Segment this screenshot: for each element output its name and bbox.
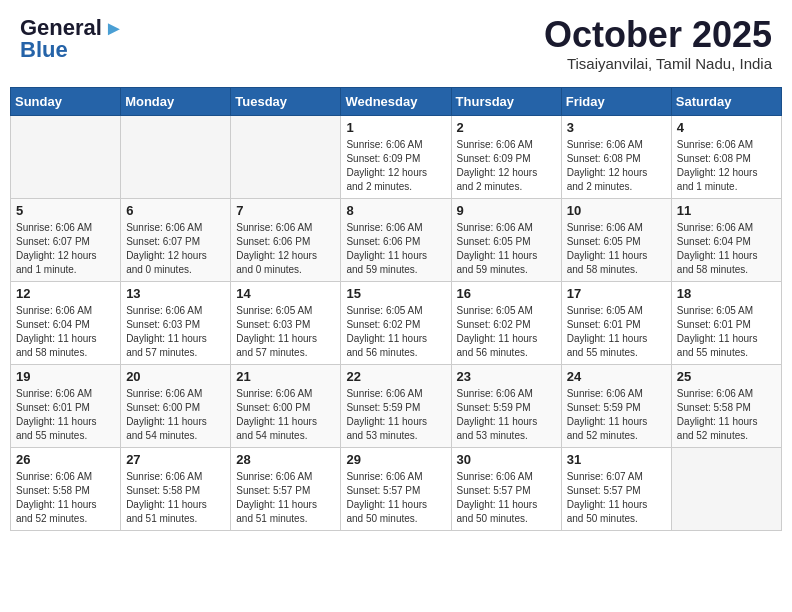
calendar-cell: 22Sunrise: 6:06 AM Sunset: 5:59 PM Dayli… <box>341 364 451 447</box>
title-block: October 2025 Tisaiyanvilai, Tamil Nadu, … <box>544 15 772 72</box>
calendar-cell: 15Sunrise: 6:05 AM Sunset: 6:02 PM Dayli… <box>341 281 451 364</box>
day-number: 28 <box>236 452 335 467</box>
calendar-cell: 31Sunrise: 6:07 AM Sunset: 5:57 PM Dayli… <box>561 447 671 530</box>
day-info: Sunrise: 6:06 AM Sunset: 6:08 PM Dayligh… <box>677 138 776 194</box>
day-number: 20 <box>126 369 225 384</box>
weekday-header-row: SundayMondayTuesdayWednesdayThursdayFrid… <box>11 87 782 115</box>
calendar-cell: 30Sunrise: 6:06 AM Sunset: 5:57 PM Dayli… <box>451 447 561 530</box>
day-info: Sunrise: 6:06 AM Sunset: 6:05 PM Dayligh… <box>567 221 666 277</box>
day-info: Sunrise: 6:06 AM Sunset: 5:58 PM Dayligh… <box>126 470 225 526</box>
day-info: Sunrise: 6:06 AM Sunset: 6:07 PM Dayligh… <box>16 221 115 277</box>
day-info: Sunrise: 6:06 AM Sunset: 6:05 PM Dayligh… <box>457 221 556 277</box>
weekday-header-saturday: Saturday <box>671 87 781 115</box>
day-number: 9 <box>457 203 556 218</box>
day-info: Sunrise: 6:06 AM Sunset: 5:59 PM Dayligh… <box>346 387 445 443</box>
calendar-cell: 29Sunrise: 6:06 AM Sunset: 5:57 PM Dayli… <box>341 447 451 530</box>
day-info: Sunrise: 6:06 AM Sunset: 6:07 PM Dayligh… <box>126 221 225 277</box>
calendar-week-row: 26Sunrise: 6:06 AM Sunset: 5:58 PM Dayli… <box>11 447 782 530</box>
day-number: 19 <box>16 369 115 384</box>
calendar-title: October 2025 <box>544 15 772 55</box>
calendar-table: SundayMondayTuesdayWednesdayThursdayFrid… <box>10 87 782 531</box>
calendar-cell: 14Sunrise: 6:05 AM Sunset: 6:03 PM Dayli… <box>231 281 341 364</box>
calendar-cell: 16Sunrise: 6:05 AM Sunset: 6:02 PM Dayli… <box>451 281 561 364</box>
day-number: 24 <box>567 369 666 384</box>
day-info: Sunrise: 6:05 AM Sunset: 6:03 PM Dayligh… <box>236 304 335 360</box>
day-number: 6 <box>126 203 225 218</box>
day-number: 30 <box>457 452 556 467</box>
day-info: Sunrise: 6:06 AM Sunset: 6:04 PM Dayligh… <box>16 304 115 360</box>
calendar-cell <box>121 115 231 198</box>
weekday-header-friday: Friday <box>561 87 671 115</box>
logo-arrow-icon: ► <box>104 17 124 40</box>
day-info: Sunrise: 6:06 AM Sunset: 5:59 PM Dayligh… <box>457 387 556 443</box>
calendar-cell <box>11 115 121 198</box>
day-number: 15 <box>346 286 445 301</box>
day-number: 2 <box>457 120 556 135</box>
calendar-cell: 20Sunrise: 6:06 AM Sunset: 6:00 PM Dayli… <box>121 364 231 447</box>
calendar-cell: 24Sunrise: 6:06 AM Sunset: 5:59 PM Dayli… <box>561 364 671 447</box>
calendar-week-row: 1Sunrise: 6:06 AM Sunset: 6:09 PM Daylig… <box>11 115 782 198</box>
day-number: 3 <box>567 120 666 135</box>
day-info: Sunrise: 6:06 AM Sunset: 6:08 PM Dayligh… <box>567 138 666 194</box>
day-number: 27 <box>126 452 225 467</box>
day-number: 10 <box>567 203 666 218</box>
calendar-cell: 12Sunrise: 6:06 AM Sunset: 6:04 PM Dayli… <box>11 281 121 364</box>
day-number: 11 <box>677 203 776 218</box>
day-info: Sunrise: 6:06 AM Sunset: 6:00 PM Dayligh… <box>126 387 225 443</box>
day-number: 23 <box>457 369 556 384</box>
day-info: Sunrise: 6:06 AM Sunset: 5:57 PM Dayligh… <box>457 470 556 526</box>
day-number: 13 <box>126 286 225 301</box>
day-info: Sunrise: 6:06 AM Sunset: 5:59 PM Dayligh… <box>567 387 666 443</box>
calendar-week-row: 5Sunrise: 6:06 AM Sunset: 6:07 PM Daylig… <box>11 198 782 281</box>
weekday-header-wednesday: Wednesday <box>341 87 451 115</box>
day-info: Sunrise: 6:06 AM Sunset: 5:58 PM Dayligh… <box>16 470 115 526</box>
day-info: Sunrise: 6:06 AM Sunset: 6:03 PM Dayligh… <box>126 304 225 360</box>
calendar-cell: 9Sunrise: 6:06 AM Sunset: 6:05 PM Daylig… <box>451 198 561 281</box>
calendar-week-row: 19Sunrise: 6:06 AM Sunset: 6:01 PM Dayli… <box>11 364 782 447</box>
day-number: 5 <box>16 203 115 218</box>
day-number: 1 <box>346 120 445 135</box>
calendar-cell: 4Sunrise: 6:06 AM Sunset: 6:08 PM Daylig… <box>671 115 781 198</box>
day-info: Sunrise: 6:06 AM Sunset: 6:09 PM Dayligh… <box>457 138 556 194</box>
day-number: 14 <box>236 286 335 301</box>
calendar-cell: 19Sunrise: 6:06 AM Sunset: 6:01 PM Dayli… <box>11 364 121 447</box>
weekday-header-thursday: Thursday <box>451 87 561 115</box>
calendar-cell: 28Sunrise: 6:06 AM Sunset: 5:57 PM Dayli… <box>231 447 341 530</box>
day-number: 21 <box>236 369 335 384</box>
calendar-cell: 26Sunrise: 6:06 AM Sunset: 5:58 PM Dayli… <box>11 447 121 530</box>
calendar-cell: 25Sunrise: 6:06 AM Sunset: 5:58 PM Dayli… <box>671 364 781 447</box>
calendar-cell: 27Sunrise: 6:06 AM Sunset: 5:58 PM Dayli… <box>121 447 231 530</box>
calendar-cell <box>231 115 341 198</box>
day-number: 7 <box>236 203 335 218</box>
day-info: Sunrise: 6:06 AM Sunset: 6:06 PM Dayligh… <box>236 221 335 277</box>
calendar-cell: 1Sunrise: 6:06 AM Sunset: 6:09 PM Daylig… <box>341 115 451 198</box>
calendar-cell: 17Sunrise: 6:05 AM Sunset: 6:01 PM Dayli… <box>561 281 671 364</box>
day-info: Sunrise: 6:06 AM Sunset: 5:58 PM Dayligh… <box>677 387 776 443</box>
day-info: Sunrise: 6:07 AM Sunset: 5:57 PM Dayligh… <box>567 470 666 526</box>
day-info: Sunrise: 6:06 AM Sunset: 6:01 PM Dayligh… <box>16 387 115 443</box>
day-info: Sunrise: 6:06 AM Sunset: 6:00 PM Dayligh… <box>236 387 335 443</box>
page-header: General ► Blue October 2025 Tisaiyanvila… <box>10 10 782 77</box>
calendar-cell: 18Sunrise: 6:05 AM Sunset: 6:01 PM Dayli… <box>671 281 781 364</box>
day-number: 16 <box>457 286 556 301</box>
calendar-week-row: 12Sunrise: 6:06 AM Sunset: 6:04 PM Dayli… <box>11 281 782 364</box>
calendar-cell: 2Sunrise: 6:06 AM Sunset: 6:09 PM Daylig… <box>451 115 561 198</box>
day-number: 26 <box>16 452 115 467</box>
day-number: 29 <box>346 452 445 467</box>
day-number: 4 <box>677 120 776 135</box>
day-info: Sunrise: 6:06 AM Sunset: 6:09 PM Dayligh… <box>346 138 445 194</box>
logo: General ► Blue <box>20 15 124 59</box>
day-info: Sunrise: 6:05 AM Sunset: 6:01 PM Dayligh… <box>677 304 776 360</box>
day-number: 17 <box>567 286 666 301</box>
logo-blue-text: Blue <box>20 41 68 59</box>
calendar-subtitle: Tisaiyanvilai, Tamil Nadu, India <box>544 55 772 72</box>
weekday-header-tuesday: Tuesday <box>231 87 341 115</box>
weekday-header-monday: Monday <box>121 87 231 115</box>
calendar-cell: 13Sunrise: 6:06 AM Sunset: 6:03 PM Dayli… <box>121 281 231 364</box>
day-number: 22 <box>346 369 445 384</box>
calendar-cell: 3Sunrise: 6:06 AM Sunset: 6:08 PM Daylig… <box>561 115 671 198</box>
weekday-header-sunday: Sunday <box>11 87 121 115</box>
calendar-cell: 7Sunrise: 6:06 AM Sunset: 6:06 PM Daylig… <box>231 198 341 281</box>
calendar-cell: 6Sunrise: 6:06 AM Sunset: 6:07 PM Daylig… <box>121 198 231 281</box>
day-info: Sunrise: 6:06 AM Sunset: 5:57 PM Dayligh… <box>236 470 335 526</box>
